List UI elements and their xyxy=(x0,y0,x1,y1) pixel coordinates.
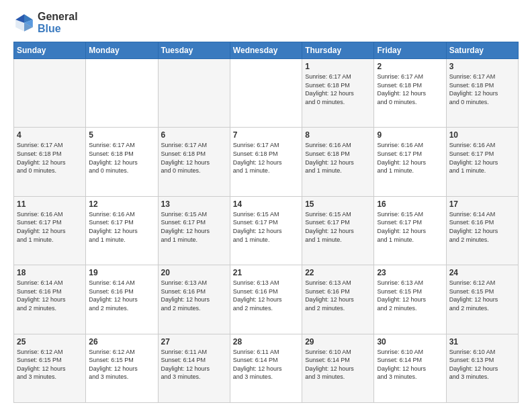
day-number: 16 xyxy=(377,199,443,209)
day-cell-9: 9Sunrise: 6:16 AMSunset: 6:17 PMDaylight… xyxy=(374,128,446,196)
day-cell-15: 15Sunrise: 6:15 AMSunset: 6:17 PMDayligh… xyxy=(302,196,374,265)
day-info: Sunrise: 6:17 AMSunset: 6:18 PMDaylight:… xyxy=(233,141,299,175)
day-number: 15 xyxy=(305,199,371,209)
day-info: Sunrise: 6:17 AMSunset: 6:18 PMDaylight:… xyxy=(17,141,83,175)
day-info: Sunrise: 6:15 AMSunset: 6:17 PMDaylight:… xyxy=(161,210,227,244)
logo-text: General Blue xyxy=(38,11,78,35)
day-cell-18: 18Sunrise: 6:14 AMSunset: 6:16 PMDayligh… xyxy=(14,265,86,334)
day-info: Sunrise: 6:10 AMSunset: 6:13 PMDaylight:… xyxy=(449,348,515,381)
day-info: Sunrise: 6:12 AMSunset: 6:15 PMDaylight:… xyxy=(449,279,515,312)
day-info: Sunrise: 6:11 AMSunset: 6:14 PMDaylight:… xyxy=(161,348,227,381)
day-cell-30: 30Sunrise: 6:10 AMSunset: 6:14 PMDayligh… xyxy=(374,334,446,402)
col-header-saturday: Saturday xyxy=(446,42,518,59)
day-cell-empty xyxy=(14,59,86,128)
day-number: 7 xyxy=(233,130,299,140)
day-info: Sunrise: 6:10 AMSunset: 6:14 PMDaylight:… xyxy=(377,348,443,381)
day-number: 23 xyxy=(377,268,443,277)
day-cell-6: 6Sunrise: 6:17 AMSunset: 6:18 PMDaylight… xyxy=(158,128,230,196)
day-info: Sunrise: 6:10 AMSunset: 6:14 PMDaylight:… xyxy=(305,348,371,381)
day-info: Sunrise: 6:15 AMSunset: 6:17 PMDaylight:… xyxy=(377,210,443,244)
day-number: 19 xyxy=(89,268,154,277)
day-number: 13 xyxy=(161,199,227,209)
day-cell-8: 8Sunrise: 6:16 AMSunset: 6:18 PMDaylight… xyxy=(302,128,374,196)
day-info: Sunrise: 6:17 AMSunset: 6:18 PMDaylight:… xyxy=(449,73,515,106)
day-info: Sunrise: 6:15 AMSunset: 6:17 PMDaylight:… xyxy=(233,210,299,244)
col-header-friday: Friday xyxy=(374,42,446,59)
day-number: 5 xyxy=(89,130,154,140)
day-cell-21: 21Sunrise: 6:13 AMSunset: 6:16 PMDayligh… xyxy=(230,265,302,334)
day-number: 22 xyxy=(305,268,371,277)
day-info: Sunrise: 6:12 AMSunset: 6:15 PMDaylight:… xyxy=(17,348,83,381)
day-info: Sunrise: 6:11 AMSunset: 6:14 PMDaylight:… xyxy=(233,348,299,381)
day-info: Sunrise: 6:17 AMSunset: 6:18 PMDaylight:… xyxy=(305,73,371,106)
day-number: 21 xyxy=(233,268,299,277)
day-number: 30 xyxy=(377,337,443,347)
day-cell-5: 5Sunrise: 6:17 AMSunset: 6:18 PMDaylight… xyxy=(86,128,158,196)
day-cell-10: 10Sunrise: 6:16 AMSunset: 6:17 PMDayligh… xyxy=(446,128,518,196)
day-info: Sunrise: 6:13 AMSunset: 6:16 PMDaylight:… xyxy=(161,279,227,312)
day-info: Sunrise: 6:12 AMSunset: 6:15 PMDaylight:… xyxy=(89,348,154,381)
day-number: 3 xyxy=(449,62,515,71)
day-info: Sunrise: 6:17 AMSunset: 6:18 PMDaylight:… xyxy=(161,141,227,175)
day-cell-empty xyxy=(230,59,302,128)
day-number: 2 xyxy=(377,62,443,71)
week-row-4: 18Sunrise: 6:14 AMSunset: 6:16 PMDayligh… xyxy=(14,265,519,334)
day-number: 1 xyxy=(305,62,371,71)
day-cell-4: 4Sunrise: 6:17 AMSunset: 6:18 PMDaylight… xyxy=(14,128,86,196)
day-info: Sunrise: 6:13 AMSunset: 6:16 PMDaylight:… xyxy=(305,279,371,312)
day-info: Sunrise: 6:16 AMSunset: 6:18 PMDaylight:… xyxy=(305,141,371,175)
day-cell-11: 11Sunrise: 6:16 AMSunset: 6:17 PMDayligh… xyxy=(14,196,86,265)
day-info: Sunrise: 6:16 AMSunset: 6:17 PMDaylight:… xyxy=(449,141,515,175)
day-info: Sunrise: 6:15 AMSunset: 6:17 PMDaylight:… xyxy=(305,210,371,244)
day-number: 9 xyxy=(377,130,443,140)
day-cell-16: 16Sunrise: 6:15 AMSunset: 6:17 PMDayligh… xyxy=(374,196,446,265)
calendar-table: SundayMondayTuesdayWednesdayThursdayFrid… xyxy=(13,42,519,403)
week-row-3: 11Sunrise: 6:16 AMSunset: 6:17 PMDayligh… xyxy=(14,196,519,265)
day-number: 28 xyxy=(233,337,299,347)
day-info: Sunrise: 6:16 AMSunset: 6:17 PMDaylight:… xyxy=(377,141,443,175)
day-cell-2: 2Sunrise: 6:17 AMSunset: 6:18 PMDaylight… xyxy=(374,59,446,128)
day-cell-7: 7Sunrise: 6:17 AMSunset: 6:18 PMDaylight… xyxy=(230,128,302,196)
day-cell-14: 14Sunrise: 6:15 AMSunset: 6:17 PMDayligh… xyxy=(230,196,302,265)
calendar-header-row: SundayMondayTuesdayWednesdayThursdayFrid… xyxy=(14,42,519,59)
col-header-monday: Monday xyxy=(86,42,158,59)
day-number: 29 xyxy=(305,337,371,347)
col-header-sunday: Sunday xyxy=(14,42,86,59)
day-cell-26: 26Sunrise: 6:12 AMSunset: 6:15 PMDayligh… xyxy=(86,334,158,402)
day-number: 14 xyxy=(233,199,299,209)
day-info: Sunrise: 6:16 AMSunset: 6:17 PMDaylight:… xyxy=(17,210,83,244)
day-info: Sunrise: 6:13 AMSunset: 6:16 PMDaylight:… xyxy=(233,279,299,312)
page: General Blue SundayMondayTuesdayWednesda… xyxy=(0,0,532,411)
day-cell-31: 31Sunrise: 6:10 AMSunset: 6:13 PMDayligh… xyxy=(446,334,518,402)
header: General Blue xyxy=(13,11,519,35)
day-cell-24: 24Sunrise: 6:12 AMSunset: 6:15 PMDayligh… xyxy=(446,265,518,334)
day-number: 31 xyxy=(449,337,515,347)
day-number: 25 xyxy=(17,337,83,347)
day-cell-22: 22Sunrise: 6:13 AMSunset: 6:16 PMDayligh… xyxy=(302,265,374,334)
day-cell-19: 19Sunrise: 6:14 AMSunset: 6:16 PMDayligh… xyxy=(86,265,158,334)
day-number: 6 xyxy=(161,130,227,140)
day-number: 8 xyxy=(305,130,371,140)
day-cell-23: 23Sunrise: 6:13 AMSunset: 6:15 PMDayligh… xyxy=(374,265,446,334)
day-cell-28: 28Sunrise: 6:11 AMSunset: 6:14 PMDayligh… xyxy=(230,334,302,402)
day-info: Sunrise: 6:13 AMSunset: 6:15 PMDaylight:… xyxy=(377,279,443,312)
day-cell-empty xyxy=(158,59,230,128)
day-info: Sunrise: 6:14 AMSunset: 6:16 PMDaylight:… xyxy=(449,210,515,244)
col-header-wednesday: Wednesday xyxy=(230,42,302,59)
day-info: Sunrise: 6:17 AMSunset: 6:18 PMDaylight:… xyxy=(377,73,443,106)
day-number: 12 xyxy=(89,199,154,209)
day-cell-17: 17Sunrise: 6:14 AMSunset: 6:16 PMDayligh… xyxy=(446,196,518,265)
day-number: 4 xyxy=(17,130,83,140)
day-number: 10 xyxy=(449,130,515,140)
week-row-2: 4Sunrise: 6:17 AMSunset: 6:18 PMDaylight… xyxy=(14,128,519,196)
day-info: Sunrise: 6:14 AMSunset: 6:16 PMDaylight:… xyxy=(17,279,83,312)
week-row-1: 1Sunrise: 6:17 AMSunset: 6:18 PMDaylight… xyxy=(14,59,519,128)
day-number: 11 xyxy=(17,199,83,209)
day-number: 18 xyxy=(17,268,83,277)
day-cell-25: 25Sunrise: 6:12 AMSunset: 6:15 PMDayligh… xyxy=(14,334,86,402)
day-cell-12: 12Sunrise: 6:16 AMSunset: 6:17 PMDayligh… xyxy=(86,196,158,265)
logo: General Blue xyxy=(13,11,78,35)
col-header-thursday: Thursday xyxy=(302,42,374,59)
day-number: 20 xyxy=(161,268,227,277)
day-cell-29: 29Sunrise: 6:10 AMSunset: 6:14 PMDayligh… xyxy=(302,334,374,402)
